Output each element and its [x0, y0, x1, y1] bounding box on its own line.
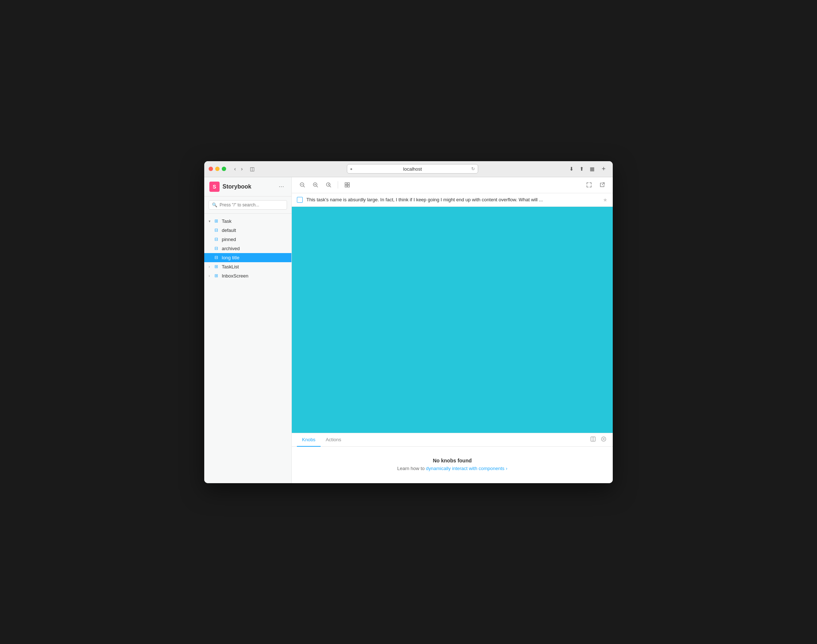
forward-button[interactable]: › [239, 164, 245, 173]
search-icon: 🔍 [212, 202, 218, 207]
sidebar-item-label: long title [222, 255, 287, 261]
zoom-out-button[interactable] [297, 180, 308, 190]
split-icon [590, 436, 596, 442]
caret-right-icon: › [208, 274, 213, 278]
story-icon: ⊟ [215, 246, 220, 251]
preview-canvas [292, 207, 613, 433]
tab-actions[interactable]: Actions [320, 433, 346, 447]
sidebar-item-label: TaskList [222, 264, 287, 270]
preview-area: This task's name is absurdly large. In f… [292, 193, 613, 433]
search-container: 🔍 [204, 196, 291, 214]
bottom-tab-actions [589, 435, 608, 445]
svg-line-2 [304, 186, 305, 187]
sidebar-title: Storybook [222, 183, 251, 190]
sidebar-item-archived[interactable]: ⊟ archived [204, 244, 291, 253]
svg-rect-11 [345, 185, 347, 187]
bottom-panel: Knobs Actions [292, 433, 613, 483]
story-icon: ⊟ [215, 228, 220, 233]
story-header: This task's name is absurdly large. In f… [292, 193, 613, 207]
sidebar-item-long-title[interactable]: ⊟ long title [204, 253, 291, 262]
svg-rect-12 [348, 185, 349, 187]
sidebar-toggle-button[interactable]: ◫ [248, 164, 257, 173]
browser-window: ‹ › ◫ ● localhost ↻ ⬇ ⬆ ▦ + S Storybook [204, 161, 613, 483]
split-view-button[interactable] [589, 435, 598, 445]
download-button[interactable]: ⬇ [568, 164, 575, 173]
back-button[interactable]: ‹ [232, 164, 238, 173]
open-new-tab-button[interactable] [597, 180, 608, 190]
grid-button[interactable] [342, 180, 353, 190]
sidebar-item-task[interactable]: ▾ ⊞ Task [204, 216, 291, 226]
zoom-in-icon [313, 182, 319, 188]
external-link-icon [599, 182, 605, 188]
nav-tree: ▾ ⊞ Task ⊟ default ⊟ pinned ⊟ archived [204, 214, 291, 483]
toolbar-divider [338, 181, 338, 189]
sidebar-item-default[interactable]: ⊟ default [204, 226, 291, 235]
task-checkbox[interactable] [297, 197, 303, 203]
svg-rect-10 [348, 183, 349, 184]
zoom-reset-button[interactable] [323, 180, 334, 190]
sidebar-item-label: Task [222, 218, 287, 224]
story-title: This task's name is absurdly large. In f… [307, 197, 599, 202]
component-icon: ⊞ [215, 264, 220, 269]
story-icon: ⊟ [215, 237, 220, 242]
component-icon: ⊞ [215, 273, 220, 278]
sidebar-item-inboxscreen[interactable]: › ⊞ InboxScreen [204, 271, 291, 281]
new-window-button[interactable]: ▦ [588, 164, 596, 173]
url-text: localhost [403, 166, 422, 172]
bottom-content: No knobs found Learn how to dynamically … [292, 447, 613, 483]
zoom-reset-icon [326, 182, 331, 188]
search-input[interactable] [219, 202, 284, 207]
sidebar-logo: S Storybook [209, 182, 251, 192]
no-knobs-desc: Learn how to dynamically interact with c… [299, 466, 605, 471]
close-panel-button[interactable] [599, 435, 608, 444]
browser-actions: ⬇ ⬆ ▦ + [568, 164, 609, 173]
tab-knobs[interactable]: Knobs [297, 433, 320, 447]
sidebar-item-pinned[interactable]: ⊟ pinned [204, 235, 291, 244]
bottom-tabs-left: Knobs Actions [297, 433, 346, 446]
sidebar-header: S Storybook ··· [204, 177, 291, 196]
sidebar-item-label: pinned [222, 237, 287, 242]
sidebar-menu-button[interactable]: ··· [276, 182, 286, 191]
svg-line-8 [330, 186, 331, 187]
lock-icon: ● [350, 167, 353, 171]
sidebar-item-label: InboxScreen [222, 273, 287, 279]
bottom-tabs-bar: Knobs Actions [292, 433, 613, 447]
no-knobs-desc-text: Learn how to [397, 466, 426, 471]
grid-icon [344, 182, 350, 188]
toolbar-right [584, 180, 608, 190]
main-content: S Storybook ··· 🔍 ▾ ⊞ Task [204, 177, 613, 483]
main-panel: This task's name is absurdly large. In f… [292, 177, 613, 483]
sidebar-item-label: default [222, 228, 287, 233]
no-knobs-title: No knobs found [299, 458, 605, 463]
component-icon: ⊞ [215, 218, 220, 224]
title-bar: ‹ › ◫ ● localhost ↻ ⬇ ⬆ ▦ + [204, 161, 613, 177]
close-button[interactable] [208, 167, 213, 171]
reload-icon[interactable]: ↻ [471, 166, 475, 172]
toolbar-left [297, 180, 353, 190]
minimize-button[interactable] [215, 167, 219, 171]
address-bar-container: ● localhost ↻ [260, 164, 565, 173]
sidebar-item-label: archived [222, 246, 287, 251]
zoom-in-button[interactable] [310, 180, 321, 190]
star-icon[interactable]: ★ [603, 197, 608, 203]
caret-right-icon: › [208, 265, 213, 269]
share-button[interactable]: ⬆ [578, 164, 586, 173]
storybook-logo-icon: S [209, 182, 219, 192]
maximize-button[interactable] [222, 167, 226, 171]
traffic-lights [208, 167, 226, 171]
svg-rect-9 [345, 183, 347, 184]
story-icon: ⊟ [215, 255, 220, 260]
sidebar-item-tasklist[interactable]: › ⊞ TaskList [204, 262, 291, 271]
no-knobs-link[interactable]: dynamically interact with components › [426, 466, 507, 471]
address-bar[interactable]: ● localhost ↻ [347, 164, 478, 173]
zoom-out-icon [299, 182, 305, 188]
caret-down-icon: ▾ [208, 219, 213, 223]
sidebar: S Storybook ··· 🔍 ▾ ⊞ Task [204, 177, 292, 483]
new-tab-button[interactable]: + [599, 164, 609, 173]
svg-line-6 [317, 186, 318, 187]
close-icon [601, 437, 606, 442]
search-wrap[interactable]: 🔍 [208, 200, 287, 210]
nav-buttons: ‹ › [232, 164, 245, 173]
fullscreen-button[interactable] [584, 180, 595, 190]
toolbar [292, 177, 613, 193]
